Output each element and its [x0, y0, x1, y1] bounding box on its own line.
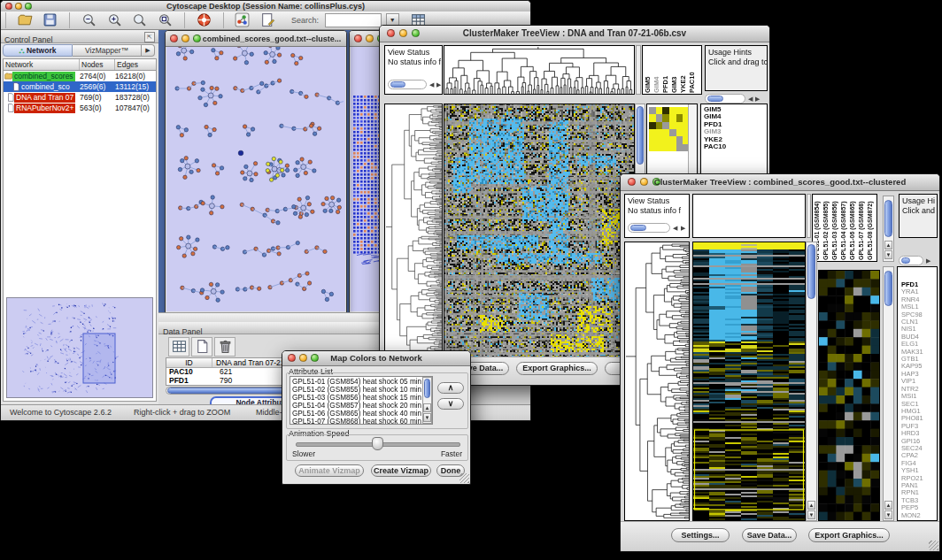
- column-label[interactable]: PAC10: [688, 47, 697, 93]
- zoom-matrix-cell[interactable]: [662, 129, 669, 136]
- zoom-matrix-cell[interactable]: [662, 114, 669, 121]
- zoom-matrix-cell[interactable]: [649, 122, 656, 129]
- scroll-up-icon[interactable]: ▲: [807, 501, 815, 510]
- minimize-icon[interactable]: [366, 35, 374, 42]
- delete-attribute-icon[interactable]: [214, 337, 236, 357]
- row-label[interactable]: PAC10: [704, 143, 767, 150]
- zoom-matrix-cell[interactable]: [656, 107, 663, 114]
- attribute-list-item[interactable]: GPL51-01 (GSM854) heat shock 05 min: [292, 378, 432, 386]
- network-table-row[interactable]: combined_sco2569(6)13112(15): [4, 81, 156, 92]
- heatmap-global-view[interactable]: [444, 104, 634, 357]
- scroll-down-icon[interactable]: ▼: [807, 510, 815, 519]
- select-attributes-icon[interactable]: [168, 337, 189, 357]
- zoom-matrix-cell[interactable]: [656, 129, 663, 136]
- zoom-out-icon[interactable]: [80, 12, 99, 29]
- zoom-matrix-cell[interactable]: [676, 136, 683, 143]
- zoom-selected-icon[interactable]: [130, 12, 150, 29]
- column-dendrogram-panel[interactable]: [692, 194, 806, 238]
- network-table-row[interactable]: DNA and Tran 07769(0)183728(0): [4, 92, 156, 103]
- heatmap-vscrollbar[interactable]: ▲ ▼: [806, 242, 817, 521]
- column-labels-vscrollbar[interactable]: ▲ ▼: [883, 196, 894, 262]
- resize-grip[interactable]: [929, 541, 938, 550]
- float-panel-icon[interactable]: ⇱: [144, 32, 155, 42]
- column-label[interactable]: GPL51-07 (GSM868): [858, 196, 867, 260]
- zoom-matrix-cell[interactable]: [676, 144, 683, 151]
- zoom-matrix-cell[interactable]: [649, 144, 656, 151]
- zoom-matrix-cell[interactable]: [649, 114, 656, 121]
- zoom-matrix-cell[interactable]: [656, 122, 663, 129]
- zoom-matrix-cell[interactable]: [669, 122, 676, 129]
- attribute-list-item[interactable]: GPL51-04 (GSM857) heat shock 20 min: [292, 402, 432, 410]
- scroll-right-icon[interactable]: ▶: [755, 94, 760, 104]
- resize-grip[interactable]: [459, 473, 469, 483]
- view-status-scrollbar[interactable]: [388, 80, 427, 89]
- settings-button[interactable]: Settings...: [671, 528, 730, 542]
- open-session-icon[interactable]: [15, 12, 35, 29]
- zoom-matrix-cell[interactable]: [656, 114, 663, 121]
- zoom-matrix-cell[interactable]: [676, 107, 683, 114]
- scroll-right-icon[interactable]: ▶: [681, 223, 685, 233]
- usage-hints-scrollbar[interactable]: [899, 256, 923, 265]
- gene-label[interactable]: MON2: [901, 512, 937, 519]
- save-data-button[interactable]: Save Data...: [742, 528, 797, 542]
- row-dendrogram[interactable]: [625, 242, 689, 520]
- scroll-left-icon[interactable]: ◀: [748, 94, 753, 104]
- zoom-matrix-cell[interactable]: [669, 129, 676, 136]
- column-label[interactable]: GPL51-08 (GSM872): [867, 196, 876, 260]
- minimize-icon[interactable]: [181, 35, 189, 42]
- zoom-matrix-cell[interactable]: [662, 107, 669, 114]
- column-label[interactable]: GPL51-06 (GSM865): [849, 196, 858, 260]
- column-label[interactable]: GIM5: [644, 47, 652, 93]
- scroll-right-icon[interactable]: ▶: [926, 256, 930, 265]
- tab-vizmapper[interactable]: VizMapper™: [73, 44, 142, 57]
- new-attribute-icon[interactable]: [191, 337, 212, 357]
- create-vizmap-button[interactable]: Create Vizmap: [371, 464, 431, 477]
- network-table-header[interactable]: Network Nodes Edges: [4, 59, 156, 71]
- network-overview-icon[interactable]: [233, 12, 252, 29]
- zoom-matrix-cell[interactable]: [662, 122, 669, 129]
- network-view-canvas[interactable]: [166, 47, 344, 311]
- birdseye-view[interactable]: [6, 297, 153, 398]
- zoom-matrix-cell[interactable]: [649, 136, 656, 143]
- export-graphics-button[interactable]: Export Graphics...: [516, 362, 598, 375]
- scroll-up-icon[interactable]: ▲: [423, 403, 431, 412]
- column-label[interactable]: GIM4: [652, 47, 661, 93]
- scroll-left-icon[interactable]: ◀: [673, 223, 677, 233]
- scroll-up-icon[interactable]: ▲: [884, 241, 892, 249]
- close-icon[interactable]: [170, 35, 178, 42]
- scroll-left-icon[interactable]: ◀: [429, 80, 434, 89]
- zoom-matrix-cell[interactable]: [656, 144, 663, 151]
- zoom-matrix-cell[interactable]: [662, 144, 669, 151]
- attribute-list-item[interactable]: GPL51-02 (GSM855) heat shock 10 min: [292, 386, 432, 394]
- column-label[interactable]: GPL51-04 (GSM857): [840, 196, 849, 260]
- annotation-icon[interactable]: [258, 12, 277, 29]
- zoom-vscrollbar[interactable]: ▲ ▼: [883, 266, 894, 521]
- attribute-list-item[interactable]: GPL51-07 (GSM868) heat shock 60 min: [292, 418, 432, 425]
- tab-network[interactable]: ⛬ Network: [3, 44, 73, 57]
- network-table-row[interactable]: combined_scores2764(0)16218(0): [4, 71, 156, 81]
- zoom-matrix-cell[interactable]: [662, 136, 669, 143]
- move-down-button[interactable]: ∨: [437, 398, 464, 410]
- column-label[interactable]: GIM3: [670, 47, 679, 93]
- attribute-list-item[interactable]: GPL51-06 (GSM865) heat shock 40 min: [292, 410, 432, 418]
- zoom-matrix-cell[interactable]: [676, 129, 683, 136]
- column-scroll-strip[interactable]: [807, 194, 811, 238]
- scroll-down-icon[interactable]: ▼: [884, 510, 892, 519]
- column-label[interactable]: GPL51-03 (GSM856): [831, 196, 840, 260]
- zoom-matrix-cell[interactable]: [669, 136, 676, 143]
- zoom-matrix-cell[interactable]: [669, 107, 676, 114]
- view-status-scrollbar[interactable]: [628, 223, 670, 233]
- heatmap-zoom-view[interactable]: [819, 271, 879, 520]
- column-scroll-strip[interactable]: [636, 45, 641, 95]
- tab-overflow-icon[interactable]: ▶: [142, 44, 155, 57]
- search-input[interactable]: [325, 13, 382, 27]
- attribute-list-item[interactable]: GPL51-03 (GSM856) heat shock 15 min: [292, 394, 432, 402]
- usage-hints-scrollbar[interactable]: [705, 94, 745, 104]
- zoom-fit-icon[interactable]: [155, 12, 174, 29]
- network-table-row[interactable]: RNAPuberNov2+563(0)107847(0): [4, 103, 156, 113]
- scroll-right-icon[interactable]: ▶: [436, 80, 441, 89]
- scroll-up-icon[interactable]: ▲: [884, 501, 892, 510]
- zoom-matrix-cell[interactable]: [676, 122, 683, 129]
- column-label[interactable]: PFD1: [661, 47, 670, 93]
- zoom-matrix-cell[interactable]: [649, 107, 656, 114]
